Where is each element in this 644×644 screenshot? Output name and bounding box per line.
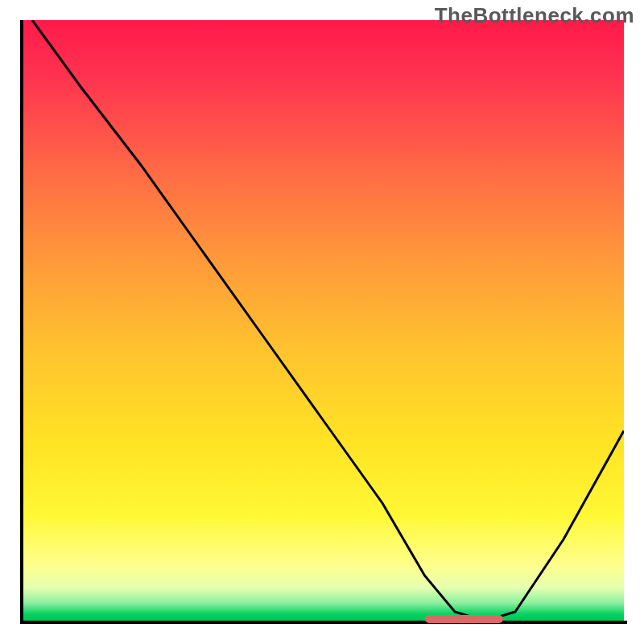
bottleneck-curve [20,20,624,624]
y-axis [20,20,23,624]
watermark-text: TheBottleneck.com [435,3,634,28]
plot-area [20,20,624,624]
chart-container: TheBottleneck.com [0,0,644,644]
x-axis [20,621,627,624]
optimal-range-marker [425,615,504,623]
